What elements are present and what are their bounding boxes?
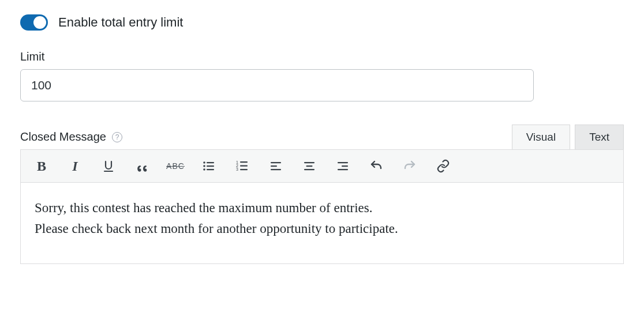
svg-rect-17 — [306, 165, 313, 167]
align-left-button[interactable] — [268, 158, 284, 174]
align-right-button[interactable] — [335, 158, 351, 174]
blockquote-button[interactable] — [134, 158, 150, 174]
svg-text:3: 3 — [236, 167, 238, 171]
editor-toolbar: B I ABC 1 2 3 — [21, 150, 623, 183]
undo-button[interactable] — [368, 158, 384, 174]
svg-point-3 — [203, 165, 205, 167]
svg-rect-10 — [240, 165, 248, 167]
toggle-knob — [33, 16, 46, 29]
limit-label: Limit — [20, 50, 624, 63]
svg-rect-8 — [240, 161, 248, 163]
link-button[interactable] — [435, 158, 451, 174]
bullet-list-button[interactable] — [201, 158, 217, 174]
help-icon[interactable]: ? — [112, 132, 122, 142]
enable-entry-limit-label: Enable total entry limit — [58, 15, 183, 30]
svg-rect-13 — [271, 162, 281, 163]
svg-rect-21 — [338, 169, 348, 170]
svg-point-1 — [203, 161, 205, 164]
svg-rect-6 — [207, 169, 214, 170]
limit-input[interactable] — [20, 69, 534, 101]
closed-message-line2: Please check back next month for another… — [35, 221, 398, 236]
tab-text[interactable]: Text — [575, 125, 624, 149]
bold-button[interactable]: B — [33, 158, 50, 174]
closed-message-editor: B I ABC 1 2 3 — [20, 149, 624, 264]
svg-point-5 — [203, 168, 205, 171]
svg-rect-20 — [342, 165, 348, 167]
closed-message-label: Closed Message — [20, 130, 106, 144]
svg-rect-15 — [271, 169, 281, 170]
svg-rect-16 — [304, 162, 314, 163]
tab-visual[interactable]: Visual — [512, 125, 570, 149]
svg-rect-18 — [304, 169, 314, 170]
svg-rect-14 — [271, 165, 277, 167]
align-center-button[interactable] — [301, 158, 317, 174]
underline-button[interactable] — [100, 158, 117, 174]
numbered-list-button[interactable]: 1 2 3 — [234, 158, 250, 174]
strikethrough-button[interactable]: ABC — [167, 158, 184, 174]
italic-button[interactable]: I — [67, 158, 83, 174]
closed-message-line1: Sorry, this contest has reached the maxi… — [35, 201, 373, 215]
svg-rect-4 — [207, 165, 214, 167]
editor-content-area[interactable]: Sorry, this contest has reached the maxi… — [21, 183, 623, 263]
svg-rect-19 — [338, 162, 348, 163]
redo-button[interactable] — [402, 158, 418, 174]
svg-rect-2 — [207, 162, 214, 163]
enable-entry-limit-toggle[interactable] — [20, 14, 48, 31]
svg-rect-12 — [240, 169, 248, 170]
